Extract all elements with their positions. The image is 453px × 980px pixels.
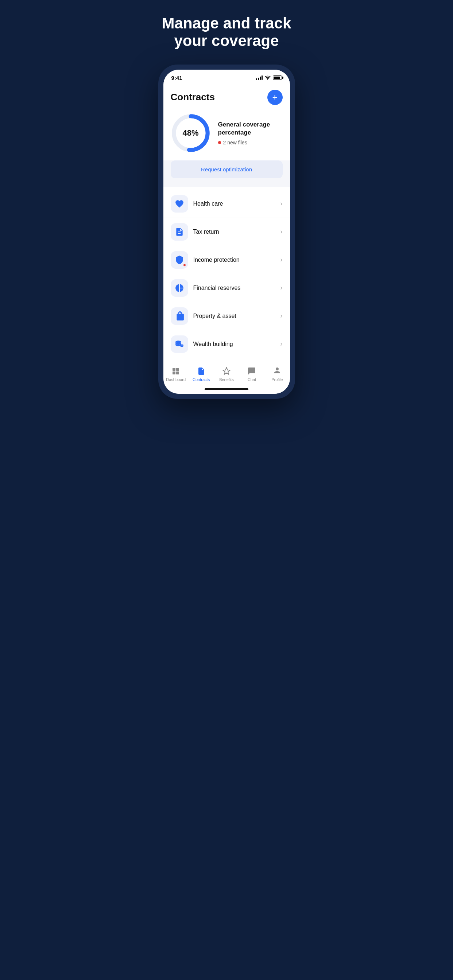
chevron-right-icon: › xyxy=(281,340,283,348)
list-item[interactable]: Property & asset › xyxy=(163,302,290,330)
document-icon xyxy=(175,227,184,237)
page-wrapper: Manage and track your coverage 9:41 xyxy=(151,14,302,399)
wealth-building-icon-wrap xyxy=(171,336,188,353)
health-care-icon-wrap xyxy=(171,195,188,213)
list-item[interactable]: Health care › xyxy=(163,190,290,218)
benefits-label: Benefits xyxy=(219,377,234,382)
profile-label: Profile xyxy=(271,377,283,382)
nav-item-chat[interactable]: Chat xyxy=(239,365,265,383)
notification-dot xyxy=(183,264,186,267)
financial-reserves-label: Financial reserves xyxy=(193,285,281,291)
coverage-percentage: 48% xyxy=(182,128,198,138)
svg-marker-9 xyxy=(223,368,230,374)
briefcase-icon xyxy=(175,311,184,321)
health-care-label: Health care xyxy=(193,200,281,207)
heart-icon xyxy=(175,199,184,208)
page-title: Contracts xyxy=(171,92,215,103)
profile-icon xyxy=(273,366,282,376)
list-item[interactable]: Tax return › xyxy=(163,218,290,246)
list-item[interactable]: Financial reserves › xyxy=(163,274,290,302)
home-bar xyxy=(205,388,248,390)
add-contract-button[interactable]: + xyxy=(267,90,283,105)
nav-item-profile[interactable]: Profile xyxy=(265,365,290,383)
contracts-label: Contracts xyxy=(193,377,210,382)
coverage-label: General coverage percentage xyxy=(218,121,283,137)
request-optimization-button[interactable]: Request optimization xyxy=(171,161,283,178)
chevron-right-icon: › xyxy=(281,312,283,320)
coins-icon xyxy=(175,339,184,349)
svg-rect-8 xyxy=(176,372,179,374)
svg-rect-7 xyxy=(172,372,175,374)
signal-bars-icon xyxy=(256,75,263,80)
list-item[interactable]: Wealth building › xyxy=(163,330,290,358)
shield-icon xyxy=(175,255,184,265)
chevron-right-icon: › xyxy=(281,200,283,207)
new-files-badge: 2 new files xyxy=(218,140,283,145)
svg-point-0 xyxy=(267,79,268,80)
chevron-right-icon: › xyxy=(281,228,283,235)
svg-point-4 xyxy=(180,344,183,345)
pie-chart-icon xyxy=(175,283,184,293)
new-files-count: 2 new files xyxy=(223,140,247,145)
hero-title: Manage and track your coverage xyxy=(151,14,302,50)
svg-rect-6 xyxy=(176,368,179,371)
nav-item-contracts[interactable]: Contracts xyxy=(188,365,214,383)
home-indicator xyxy=(163,385,290,394)
tax-return-label: Tax return xyxy=(193,229,281,235)
wealth-building-label: Wealth building xyxy=(193,341,281,347)
wifi-icon xyxy=(265,75,271,80)
coverage-info: General coverage percentage 2 new files xyxy=(218,121,283,145)
property-asset-icon-wrap xyxy=(171,307,188,325)
chat-label: Chat xyxy=(248,377,256,382)
nav-item-dashboard[interactable]: Dashboard xyxy=(163,365,188,383)
income-protection-label: Income protection xyxy=(193,257,281,263)
svg-point-3 xyxy=(175,340,181,343)
property-asset-label: Property & asset xyxy=(193,313,281,320)
list-item[interactable]: Income protection › xyxy=(163,246,290,274)
app-header: Contracts + xyxy=(163,84,290,110)
phone-screen: 9:41 Con xyxy=(163,70,290,394)
chevron-right-icon: › xyxy=(281,284,283,292)
red-dot-icon xyxy=(218,141,221,144)
status-icons xyxy=(256,75,282,80)
section-divider xyxy=(163,184,290,187)
bottom-nav: Dashboard Contracts xyxy=(163,361,290,385)
phone-frame: 9:41 Con xyxy=(158,65,295,399)
dashboard-label: Dashboard xyxy=(166,377,186,382)
chevron-right-icon: › xyxy=(281,256,283,264)
coverage-section: 48% General coverage percentage 2 new fi… xyxy=(163,110,290,161)
tax-return-icon-wrap xyxy=(171,223,188,240)
contracts-list: Health care › Tax return › xyxy=(163,187,290,361)
contracts-nav-icon xyxy=(196,366,206,376)
status-bar: 9:41 xyxy=(163,70,290,84)
dashboard-icon xyxy=(171,366,180,376)
svg-rect-5 xyxy=(172,368,175,371)
nav-item-benefits[interactable]: Benefits xyxy=(214,365,239,383)
income-protection-icon-wrap xyxy=(171,251,188,269)
coverage-donut: 48% xyxy=(171,113,211,153)
benefits-icon xyxy=(222,366,231,376)
status-time: 9:41 xyxy=(171,75,182,81)
financial-reserves-icon-wrap xyxy=(171,279,188,297)
battery-icon xyxy=(273,75,282,80)
chat-icon xyxy=(247,366,257,376)
